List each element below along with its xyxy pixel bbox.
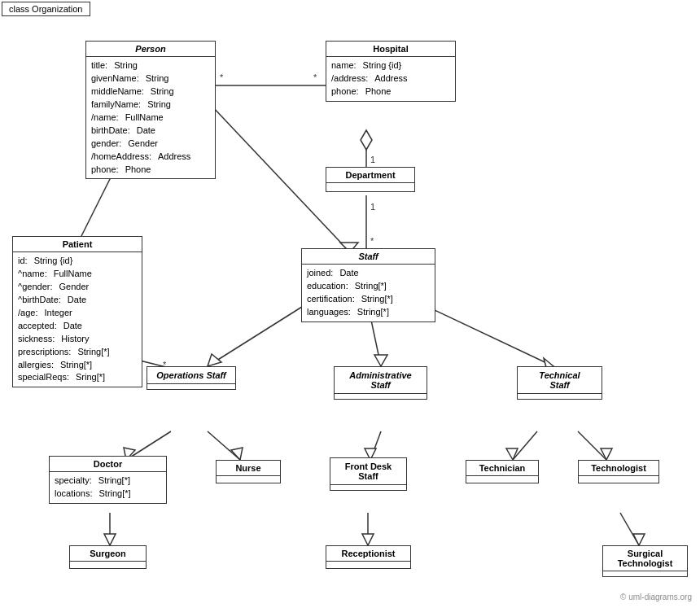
svg-line-27: [370, 431, 381, 460]
svg-marker-38: [633, 534, 645, 545]
svg-text:*: *: [220, 72, 224, 82]
technical-staff-header: TechnicalStaff: [518, 367, 602, 394]
person-class: Person title:String givenName:String mid…: [85, 41, 216, 179]
department-class: Department: [326, 167, 415, 192]
surgeon-class: Surgeon: [69, 545, 147, 569]
technologist-class: Technologist: [578, 460, 659, 483]
department-body: [326, 183, 414, 191]
technician-header: Technician: [466, 461, 538, 476]
svg-marker-30: [506, 448, 518, 460]
surgical-technologist-header: SurgicalTechnologist: [603, 546, 687, 571]
patient-class: Patient id:String {id} ^name:FullName ^g…: [12, 236, 142, 387]
technician-class: Technician: [466, 460, 539, 483]
person-header: Person: [86, 42, 215, 57]
front-desk-class: Front DeskStaff: [330, 457, 407, 491]
svg-line-29: [513, 431, 537, 460]
operations-staff-header: Operations Staff: [147, 367, 235, 384]
doctor-class: Doctor specialty:String[*] locations:Str…: [49, 456, 167, 504]
patient-body: id:String {id} ^name:FullName ^gender:Ge…: [13, 252, 142, 387]
receptionist-class: Receptionist: [326, 545, 411, 569]
person-body: title:String givenName:String middleName…: [86, 57, 215, 178]
nurse-header: Nurse: [217, 461, 280, 476]
doctor-header: Doctor: [50, 457, 166, 472]
admin-staff-class: AdministrativeStaff: [334, 366, 427, 400]
svg-marker-4: [361, 130, 372, 150]
watermark: © uml-diagrams.org: [620, 593, 692, 601]
diagram-title: class Organization: [9, 4, 83, 14]
technologist-header: Technologist: [579, 461, 658, 476]
operations-staff-class: Operations Staff: [147, 366, 236, 390]
patient-header: Patient: [13, 237, 142, 252]
staff-class: Staff joined:Date education:String[*] ce…: [301, 248, 435, 322]
svg-line-25: [208, 431, 240, 460]
nurse-class: Nurse: [216, 460, 281, 483]
receptionist-header: Receptionist: [326, 546, 410, 562]
svg-text:1: 1: [370, 202, 375, 212]
doctor-body: specialty:String[*] locations:String[*]: [50, 472, 166, 503]
surgical-technologist-class: SurgicalTechnologist: [602, 545, 688, 577]
svg-marker-32: [601, 448, 612, 460]
staff-body: joined:Date education:String[*] certific…: [302, 265, 435, 321]
staff-header: Staff: [302, 249, 435, 265]
svg-marker-36: [362, 534, 374, 545]
surgeon-header: Surgeon: [70, 546, 146, 562]
svg-marker-26: [231, 448, 243, 460]
technical-staff-class: TechnicalStaff: [517, 366, 602, 400]
svg-line-31: [578, 431, 606, 460]
diagram: class Organization * * 1 * 1 * * *: [0, 0, 700, 608]
svg-text:*: *: [370, 236, 374, 246]
hospital-class: Hospital name:String {id} /address:Addre…: [326, 41, 456, 102]
department-header: Department: [326, 168, 414, 183]
svg-marker-18: [208, 354, 221, 366]
svg-marker-20: [374, 355, 387, 366]
svg-text:*: *: [313, 72, 317, 82]
title-box: class Organization: [2, 2, 90, 16]
svg-line-37: [620, 513, 639, 545]
hospital-header: Hospital: [326, 42, 455, 57]
admin-staff-header: AdministrativeStaff: [335, 367, 427, 394]
front-desk-header: Front DeskStaff: [330, 458, 406, 485]
hospital-body: name:String {id} /address:Address phone:…: [326, 57, 455, 101]
svg-text:1: 1: [370, 155, 375, 164]
svg-marker-34: [104, 534, 116, 545]
